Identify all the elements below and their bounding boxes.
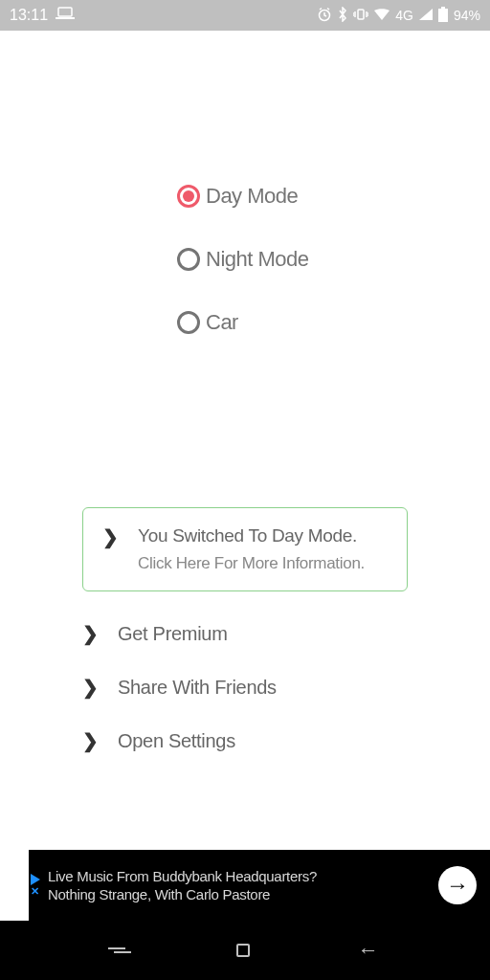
- chevron-right-icon: ❯: [102, 525, 119, 548]
- bluetooth-icon: [338, 7, 347, 25]
- mode-options: Day Mode Night Mode Car: [177, 184, 490, 335]
- vibrate-icon: [353, 7, 368, 25]
- highlight-sub: Click Here For More Information.: [138, 554, 365, 573]
- ad-badge-icon[interactable]: ✕: [31, 874, 44, 898]
- alarm-icon: [317, 7, 332, 25]
- battery-icon: [438, 7, 448, 25]
- action-label: Share With Friends: [118, 677, 277, 699]
- mode-label: Night Mode: [206, 247, 309, 272]
- svg-rect-3: [358, 10, 364, 19]
- mode-car[interactable]: Car: [177, 310, 238, 335]
- highlight-texts: You Switched To Day Mode. Click Here For…: [138, 525, 365, 573]
- radio-icon: [177, 248, 200, 271]
- main: Day Mode Night Mode Car ❯ You Switched T…: [0, 31, 490, 752]
- battery-percent: 94%: [454, 8, 480, 23]
- mode-day[interactable]: Day Mode: [177, 184, 298, 209]
- action-open-settings[interactable]: ❯ Open Settings: [82, 729, 408, 752]
- signal-icon: [419, 8, 433, 23]
- nav-home-button[interactable]: [236, 944, 250, 957]
- wifi-icon: [374, 8, 390, 23]
- ad-text: Live Music From Buddybank Headquarters? …: [48, 867, 438, 904]
- chevron-right-icon: ❯: [82, 676, 99, 699]
- svg-rect-1: [56, 17, 75, 19]
- action-label: Open Settings: [118, 730, 235, 752]
- svg-rect-5: [441, 7, 445, 9]
- mode-night[interactable]: Night Mode: [177, 247, 309, 272]
- action-label: Get Premium: [118, 623, 228, 645]
- nav-bar: ←: [0, 921, 490, 980]
- status-bar: 13:11 4G 94%: [0, 0, 490, 31]
- chevron-right-icon: ❯: [82, 729, 99, 752]
- action-share[interactable]: ❯ Share With Friends: [82, 676, 408, 699]
- actions: ❯ You Switched To Day Mode. Click Here F…: [0, 507, 490, 752]
- nav-recents-button[interactable]: [111, 947, 128, 953]
- highlight-card[interactable]: ❯ You Switched To Day Mode. Click Here F…: [82, 507, 408, 591]
- network-label: 4G: [395, 8, 413, 23]
- status-left: 13:11: [10, 7, 75, 24]
- mode-label: Car: [206, 310, 238, 335]
- ad-line2: Nothing Strange, With Carlo Pastore: [48, 885, 438, 904]
- ad-line1: Live Music From Buddybank Headquarters?: [48, 867, 438, 886]
- action-get-premium[interactable]: ❯ Get Premium: [82, 622, 408, 645]
- nav-back-button[interactable]: ←: [358, 938, 379, 963]
- radio-icon: [177, 185, 200, 208]
- status-time: 13:11: [10, 7, 48, 24]
- highlight-title: You Switched To Day Mode.: [138, 525, 365, 546]
- svg-rect-0: [58, 8, 72, 16]
- ad-banner[interactable]: ✕ Live Music From Buddybank Headquarters…: [29, 850, 490, 921]
- svg-rect-4: [438, 9, 448, 22]
- laptop-icon: [56, 7, 75, 24]
- mode-label: Day Mode: [206, 184, 298, 209]
- radio-icon: [177, 311, 200, 334]
- status-right: 4G 94%: [317, 7, 480, 25]
- chevron-right-icon: ❯: [82, 622, 99, 645]
- arrow-right-icon[interactable]: →: [438, 866, 477, 904]
